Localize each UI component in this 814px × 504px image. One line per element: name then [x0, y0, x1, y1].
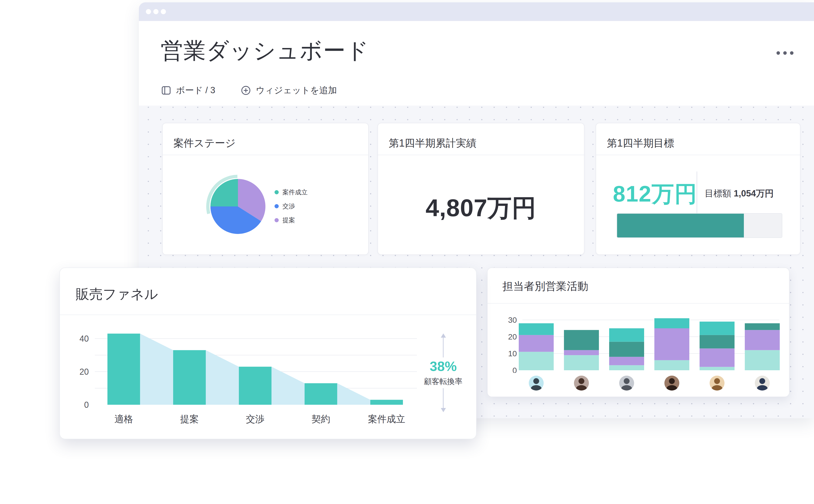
- svg-text:適格: 適格: [114, 414, 133, 424]
- svg-text:0: 0: [512, 366, 517, 373]
- legend-dot: [275, 218, 279, 222]
- widget-q1-actual: 第1四半期累計実績 4,807万円: [378, 123, 584, 255]
- toolbar: ボード / 3 ウィジェットを追加: [161, 84, 337, 96]
- avatar: [574, 376, 589, 391]
- window-controls[interactable]: [146, 9, 166, 14]
- svg-text:契約: 契約: [312, 414, 330, 424]
- goal-current-value: 812万円: [613, 179, 697, 209]
- avatar: [710, 376, 725, 391]
- widget-header: 第1四半期目標: [596, 123, 800, 155]
- goal-progress-bar: [617, 213, 782, 238]
- widget-title: 第1四半期目標: [607, 136, 674, 150]
- avatar-body: [576, 385, 587, 391]
- svg-text:20: 20: [79, 367, 89, 377]
- tab-boards[interactable]: ボード / 3: [161, 84, 215, 96]
- more-options-icon[interactable]: [776, 51, 793, 55]
- pie-legend: 案件成立交渉提案: [275, 185, 308, 227]
- widget-title: 案件ステージ: [173, 136, 236, 150]
- pie-chart: [204, 173, 272, 240]
- kpi-value: 4,807万円: [378, 192, 584, 225]
- svg-text:案件成立: 案件成立: [368, 414, 405, 424]
- conversion-annotation: 38% 顧客転換率: [420, 334, 467, 411]
- avatar-body: [712, 385, 722, 391]
- add-widget-button[interactable]: ウィジェットを追加: [241, 84, 337, 96]
- legend-dot: [275, 190, 279, 194]
- page: { "window": { "title": "営業ダッシュボード", "too…: [0, 0, 814, 504]
- svg-text:20: 20: [508, 332, 517, 341]
- window-control-dot[interactable]: [161, 9, 166, 14]
- page-title: 営業ダッシュボード: [161, 38, 369, 63]
- legend-item: 案件成立: [275, 185, 308, 199]
- legend-dot: [275, 204, 279, 208]
- legend-label: 案件成立: [282, 188, 308, 196]
- avatar-body: [757, 385, 768, 391]
- avatar-body: [531, 385, 542, 391]
- avatar-body: [666, 385, 677, 391]
- svg-text:40: 40: [79, 334, 89, 343]
- widget-deal-stage: 案件ステージ 案件成立交渉提案: [162, 123, 369, 255]
- avatar-body: [621, 385, 632, 391]
- board-icon: [161, 86, 171, 95]
- avatar-head: [533, 378, 539, 384]
- svg-text:提案: 提案: [180, 414, 199, 424]
- widget-q1-goal: 第1四半期目標 812万円 目標額 1,054万円: [596, 123, 800, 255]
- widget-header: 販売ファネル: [60, 268, 476, 315]
- widget-header: 案件ステージ: [163, 123, 368, 155]
- window-control-dot[interactable]: [153, 9, 158, 14]
- legend-item: 交渉: [275, 199, 308, 213]
- conversion-value: 38%: [427, 357, 459, 375]
- widget-activity-by-owner: 担当者別営業活動 0102030: [487, 267, 790, 397]
- avatar-head: [759, 378, 765, 384]
- dashboard-header: 営業ダッシュボード ボード / 3 ウィジェットを追加: [139, 21, 814, 106]
- legend-label: 交渉: [282, 202, 295, 210]
- window-titlebar: [139, 2, 814, 21]
- widget-header: 担当者別営業活動: [488, 268, 789, 304]
- avatar-head: [669, 378, 675, 384]
- avatar: [529, 376, 544, 391]
- widget-sales-funnel: 販売ファネル 02040適格提案交渉契約案件成立 38% 顧客転換率: [59, 267, 477, 439]
- stacked-bar-chart: 0102030: [488, 305, 790, 373]
- widget-title: 担当者別営業活動: [502, 279, 588, 294]
- svg-text:0: 0: [84, 400, 89, 410]
- widget-header: 第1四半期累計実績: [378, 123, 584, 155]
- avatar-head: [579, 378, 584, 384]
- add-widget-label: ウィジェットを追加: [256, 84, 337, 96]
- svg-text:交渉: 交渉: [246, 414, 264, 424]
- avatar-head: [714, 378, 720, 384]
- legend-item: 提案: [275, 213, 308, 227]
- svg-text:10: 10: [508, 349, 517, 358]
- funnel-chart: 02040適格提案交渉契約案件成立: [60, 317, 423, 438]
- widget-title: 販売ファネル: [76, 285, 158, 303]
- plus-circle-icon: [241, 86, 251, 95]
- goal-target-value: 1,054万円: [734, 189, 774, 198]
- conversion-label: 顧客転換率: [422, 375, 464, 388]
- goal-progress-fill: [617, 214, 744, 237]
- avatar-head: [624, 378, 630, 384]
- goal-target: 目標額 1,054万円: [705, 188, 774, 199]
- avatar: [619, 376, 634, 391]
- goal-target-label: 目標額: [705, 189, 731, 198]
- widget-title: 第1四半期累計実績: [389, 136, 476, 150]
- avatar: [755, 376, 770, 391]
- window-control-dot[interactable]: [146, 9, 151, 14]
- avatar: [664, 376, 679, 391]
- svg-text:30: 30: [508, 315, 517, 324]
- tab-boards-label: ボード / 3: [176, 84, 215, 96]
- legend-label: 提案: [282, 216, 295, 224]
